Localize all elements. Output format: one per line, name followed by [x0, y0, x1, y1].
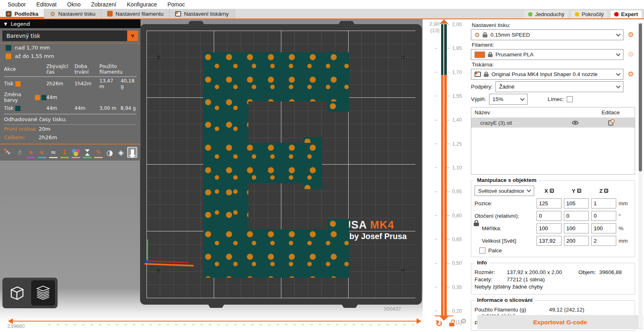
menu-soubor[interactable]: Soubor: [2, 1, 31, 8]
legend-collapse-icon[interactable]: [127, 147, 137, 158]
size-y-input[interactable]: [564, 236, 589, 246]
hslider-right-arrow[interactable]: [417, 318, 421, 324]
edit-printer-button[interactable]: ⚙: [626, 70, 635, 79]
coordinates-combo[interactable]: Světové souřadnice: [475, 186, 534, 196]
export-gcode-button[interactable]: Exportovat G-code: [477, 315, 643, 329]
tab-podlozka[interactable]: Podložka: [0, 9, 44, 19]
layer-slider-track[interactable]: [441, 24, 447, 316]
travel-moves-icon[interactable]: ∿: [3, 147, 13, 158]
brim-checkbox[interactable]: [567, 96, 573, 102]
legend-title: Legend: [11, 21, 30, 27]
printer-combo[interactable]: Original Prusa MK4 Input Shaper 0.4 nozz…: [471, 69, 623, 80]
menu-pomoc[interactable]: Pomoc: [162, 1, 190, 8]
x-axis-header: X: [537, 188, 561, 194]
tab-label: Podložka: [14, 11, 38, 17]
tool-marker-icon[interactable]: ↧: [60, 147, 70, 158]
model-letter-e: [328, 101, 349, 112]
size-info-value: 137,92 x 200,00 x 2,00: [507, 269, 575, 275]
model-letter-e[interactable]: [203, 143, 322, 183]
menu-zobrazeni[interactable]: Zobrazení: [86, 1, 122, 8]
uniform-scale-lock-icon[interactable]: [474, 220, 479, 227]
hslider-track[interactable]: [13, 321, 417, 322]
scale-x-input[interactable]: [537, 223, 561, 233]
z-axis-header: Z: [591, 188, 616, 194]
cube-icon: [8, 284, 26, 302]
layer-slider-upper-thumb[interactable]: [440, 19, 448, 24]
print-settings-combo[interactable]: ⚙ 0.15mm SPEED: [471, 29, 623, 40]
seams-icon[interactable]: ≈: [48, 147, 58, 158]
wipe-moves-icon[interactable]: ☝: [14, 147, 25, 158]
plate-logo-sub: by Josef Prusa: [349, 232, 407, 241]
mode-advanced[interactable]: Pokročilý: [571, 10, 607, 18]
rotation-y-input[interactable]: [564, 211, 589, 221]
menu-okno[interactable]: Okno: [62, 1, 86, 8]
size-z-input[interactable]: [591, 236, 616, 246]
shells-icon[interactable]: ◈: [116, 147, 126, 158]
rotation-z-input[interactable]: [591, 211, 616, 221]
filament-combo[interactable]: Prusament PLA: [471, 49, 623, 60]
object-name: crazyE (3).stl: [471, 120, 564, 126]
scale-y-input[interactable]: [564, 223, 589, 233]
print-settings-label: Nastavení tisku:: [472, 22, 635, 29]
first-layer-time: První vrstva: 20m: [0, 125, 140, 133]
reset-slider-icon[interactable]: ↺: [436, 319, 443, 328]
table-row: Změna barvy 44m: [4, 91, 136, 104]
menu-konfigurace[interactable]: Konfigurace: [122, 1, 162, 8]
infill-combo[interactable]: 15%: [489, 94, 528, 105]
position-x-input[interactable]: [537, 198, 561, 208]
mode-label: Jednoduchý: [535, 11, 564, 17]
edit-filament-button[interactable]: ⚙: [626, 50, 635, 59]
model-letter-e[interactable]: [203, 229, 349, 278]
chevron-down-icon: [616, 71, 620, 76]
plate-tab: [208, 304, 225, 308]
center-of-mass-icon[interactable]: ◑: [105, 147, 115, 158]
mode-expert[interactable]: Expert: [611, 10, 642, 18]
used-filament-g-label: Použito Filamentu (g): [475, 307, 526, 313]
unit-label: %: [619, 225, 631, 231]
slider-settings-gear-icon[interactable]: ⚙: [460, 317, 466, 326]
combo-value: 15%: [493, 96, 518, 102]
pause-prints-icon[interactable]: [82, 147, 92, 158]
view-mode-dropdown-button[interactable]: ▼: [127, 31, 138, 41]
tab-nastaveni-tiskarny[interactable]: Nastavení tiskárny: [169, 9, 235, 19]
edit-print-settings-button[interactable]: ⚙: [626, 31, 635, 39]
menu-editovat[interactable]: Editovat: [31, 1, 62, 8]
view-toggle-group: [2, 278, 58, 308]
3d-viewport[interactable]: USA MK4 by Josef Prusa ▼ Legend Barevný …: [0, 19, 423, 332]
editor-view-button[interactable]: [5, 280, 29, 305]
tab-nastaveni-tisku[interactable]: ⚙ Nastavení tisku: [44, 9, 101, 19]
tab-label: Nastavení filamentu: [116, 11, 163, 17]
tab-nastaveni-filamentu[interactable]: Nastavení filamentu: [101, 9, 169, 19]
position-y-input[interactable]: [564, 198, 589, 208]
printer-label: Tiskárna:: [472, 61, 635, 68]
scale-z-input[interactable]: [591, 223, 616, 233]
eye-icon[interactable]: [572, 121, 578, 125]
unlock-icon[interactable]: [449, 320, 455, 326]
color-changes-icon[interactable]: [71, 147, 81, 158]
preview-view-button[interactable]: [31, 280, 55, 305]
mode-label: Expert: [621, 11, 638, 17]
view-mode-combo[interactable]: Barevný tisk: [2, 31, 138, 41]
size-x-input[interactable]: [537, 236, 561, 246]
position-z-input[interactable]: [591, 198, 616, 208]
brim-label: Límec:: [548, 96, 564, 102]
retractions-icon[interactable]: »: [26, 147, 36, 158]
rotation-x-input[interactable]: [537, 211, 561, 221]
legend-toolbar: ∿ ☝ » » ≈ ↧ ✎ ◑ ◈: [0, 144, 140, 161]
deretractions-icon[interactable]: »: [37, 147, 47, 158]
inches-checkbox[interactable]: [479, 247, 485, 254]
model-letter-e: [328, 219, 349, 229]
filament-icon: [107, 11, 113, 16]
supports-combo[interactable]: Žádné: [495, 81, 623, 92]
model-letter-e[interactable]: [203, 52, 349, 101]
scrollbar-thumb[interactable]: [639, 23, 642, 171]
legend-panel: ▼ Legend Barevný tisk ▼ nad 1,70 mm až d…: [0, 19, 140, 161]
legend-header[interactable]: ▼ Legend: [0, 19, 140, 28]
mode-simple[interactable]: Jednoduchý: [524, 10, 568, 18]
chevron-down-icon: [616, 52, 620, 56]
object-row[interactable]: crazyE (3).stl: [471, 118, 635, 128]
edit-object-icon[interactable]: [608, 120, 613, 126]
chevron-down-icon: [526, 188, 531, 192]
custom-gcodes-icon[interactable]: ✎: [93, 147, 103, 158]
facets-value: 77212 (1 stěna): [507, 276, 545, 283]
